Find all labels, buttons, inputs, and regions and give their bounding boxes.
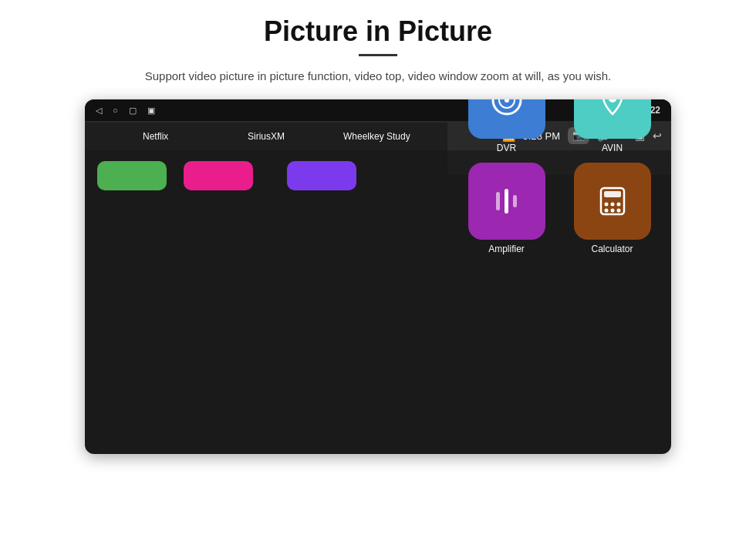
app-item-calculator[interactable]: Calculator <box>564 163 660 254</box>
home-circle-icon[interactable]: ○ <box>113 106 118 115</box>
page-container: Picture in Picture Support video picture… <box>0 0 756 538</box>
svg-point-13 <box>616 203 620 207</box>
page-subtitle: Support video picture in picture functio… <box>145 67 611 86</box>
page-title: Picture in Picture <box>264 15 492 48</box>
app-item-avin[interactable]: AVIN <box>564 99 660 153</box>
avin-icon <box>574 99 651 139</box>
wheelkey-icon-partial <box>287 161 356 190</box>
svg-rect-10 <box>604 191 621 197</box>
app-grid: DVR AVIN <box>447 150 671 175</box>
dvr-icon <box>468 99 545 139</box>
title-divider <box>359 54 397 56</box>
app-item-amplifier[interactable]: Amplifier <box>458 163 555 254</box>
calculator-label: Calculator <box>591 244 633 254</box>
svg-point-16 <box>616 209 620 213</box>
device-frame: ◁ ○ ▢ ▣ 📍 ▾▾ 11:22 ⌂ ⚡ 📶 5:28 PM 📷 🔊 <box>85 99 671 454</box>
sirius-icon-partial <box>184 161 253 190</box>
amplifier-label: Amplifier <box>488 244 525 254</box>
recents-icon[interactable]: ▢ <box>129 106 137 116</box>
back-icon[interactable]: ◁ <box>96 106 102 116</box>
media-icon[interactable]: ▣ <box>147 106 155 116</box>
calculator-icon <box>574 163 651 240</box>
svg-point-12 <box>610 203 614 207</box>
amplifier-icon <box>468 163 545 240</box>
dvr-label: DVR <box>497 143 516 153</box>
svg-rect-7 <box>505 189 508 214</box>
netflix-label: Netflix <box>110 131 202 142</box>
top-row-icons <box>85 156 447 195</box>
svg-rect-6 <box>496 192 500 210</box>
app-item-dvr[interactable]: DVR <box>458 99 555 153</box>
siriusxm-label: SiriusXM <box>220 131 312 142</box>
status-bar-left: ◁ ○ ▢ ▣ <box>96 106 155 116</box>
svg-point-14 <box>604 209 608 213</box>
avin-label: AVIN <box>602 143 623 153</box>
svg-point-4 <box>609 99 616 103</box>
svg-point-2 <box>505 99 509 103</box>
svg-point-11 <box>604 203 608 207</box>
netflix-icon-partial <box>97 161 167 190</box>
bottom-app-labels: Netflix SiriusXM Wheelkey Study <box>85 123 447 150</box>
wheelkey-label: Wheelkey Study <box>330 131 423 142</box>
svg-point-15 <box>610 209 614 213</box>
svg-rect-8 <box>513 195 517 207</box>
